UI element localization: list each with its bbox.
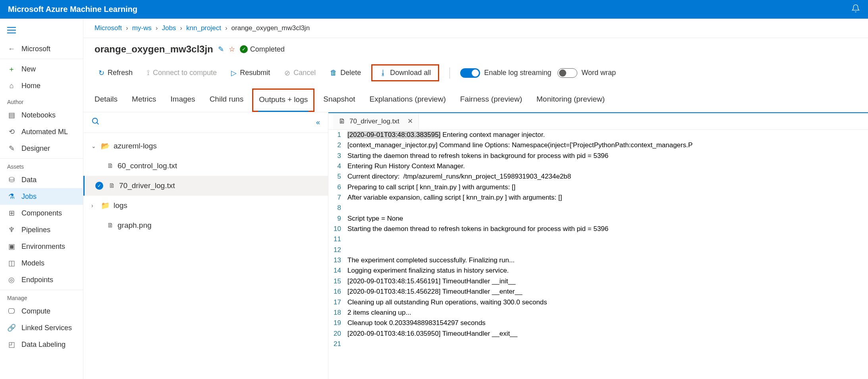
- tab-outputs-logs[interactable]: Outputs + logs: [252, 88, 314, 112]
- resubmit-button[interactable]: ▷ Resubmit: [227, 66, 274, 80]
- sidebar-label: Data: [21, 176, 37, 184]
- tree-file-graph-png[interactable]: 🗎 graph.png: [83, 215, 328, 235]
- sidebar-item-data[interactable]: ⛁ Data: [0, 171, 83, 188]
- tab-metrics[interactable]: Metrics: [132, 88, 156, 112]
- log-file-tab[interactable]: 🗎 70_driver_log.txt ✕: [333, 113, 419, 129]
- tab-snapshot[interactable]: Snapshot: [323, 88, 355, 112]
- sidebar: ← Microsoft ＋ New ⌂ Home Author ▤ Notebo…: [0, 19, 83, 379]
- sidebar-label: Endpoints: [21, 276, 53, 284]
- sidebar-home[interactable]: ⌂ Home: [0, 77, 83, 94]
- sidebar-item-labeling[interactable]: ◰ Data Labeling: [0, 336, 83, 353]
- pipelines-icon: ♆: [7, 225, 16, 234]
- line-text: [347, 203, 868, 213]
- sidebar-item-compute[interactable]: 🖵 Compute: [0, 303, 83, 319]
- sidebar-item-environments[interactable]: ▣ Environments: [0, 238, 83, 255]
- button-label: Cancel: [293, 69, 316, 77]
- line-number: 8: [328, 203, 347, 213]
- word-wrap-toggle[interactable]: [557, 68, 577, 78]
- tab-monitoring[interactable]: Monitoring (preview): [536, 88, 605, 112]
- tab-images[interactable]: Images: [170, 88, 195, 112]
- line-text: Preparing to call script [ knn_train.py …: [347, 182, 868, 192]
- status-badge: ✓ Completed: [240, 45, 285, 54]
- refresh-button[interactable]: ↻ Refresh: [95, 66, 137, 80]
- sidebar-item-linked[interactable]: 🔗 Linked Services: [0, 319, 83, 336]
- tree-file-60-control-log[interactable]: 🗎 60_control_log.txt: [83, 156, 328, 176]
- breadcrumb-link[interactable]: Microsoft: [95, 24, 122, 32]
- tree-label: logs: [114, 201, 127, 210]
- line-text: Cleaning up all outstanding Run operatio…: [347, 297, 868, 308]
- file-search-row: «: [83, 112, 328, 133]
- sidebar-label: Automated ML: [21, 128, 68, 136]
- tree-label: graph.png: [118, 221, 152, 230]
- status-text: Completed: [250, 45, 285, 54]
- tree-file-70-driver-log[interactable]: ✓ 🗎 70_driver_log.txt: [83, 176, 328, 196]
- line-text: [context_manager_injector.py] Command li…: [347, 140, 868, 150]
- breadcrumb-link[interactable]: knn_project: [186, 24, 221, 32]
- sidebar-item-components[interactable]: ⊞ Components: [0, 205, 83, 221]
- tree-folder-azureml-logs[interactable]: ⌄ 📂 azureml-logs: [83, 136, 328, 156]
- search-icon[interactable]: [91, 117, 100, 128]
- sidebar-item-endpoints[interactable]: ◎ Endpoints: [0, 271, 83, 288]
- tab-explanations[interactable]: Explanations (preview): [370, 88, 446, 112]
- log-line: 14Logging experiment finalizing status i…: [328, 265, 868, 276]
- sidebar-label: Compute: [21, 307, 50, 316]
- play-icon: ▷: [231, 69, 237, 77]
- sidebar-item-designer[interactable]: ✎ Designer: [0, 140, 83, 157]
- log-tab-bar: 🗎 70_driver_log.txt ✕: [328, 112, 868, 130]
- line-number: 18: [328, 308, 347, 318]
- tree-folder-logs[interactable]: › 📁 logs: [83, 196, 328, 215]
- sidebar-back[interactable]: ← Microsoft: [0, 40, 83, 57]
- log-line: 12: [328, 245, 868, 255]
- sidebar-label: Jobs: [21, 192, 37, 201]
- download-all-button[interactable]: ⭳ Download all: [376, 66, 435, 79]
- line-text: Current directory: /tmp/azureml_runs/knn…: [347, 171, 868, 182]
- sidebar-item-jobs[interactable]: ⚗ Jobs: [0, 188, 83, 205]
- log-line: 16[2020-09-01T03:48:15.456228] TimeoutHa…: [328, 287, 868, 297]
- sidebar-item-models[interactable]: ◫ Models: [0, 255, 83, 271]
- sidebar-item-notebooks[interactable]: ▤ Notebooks: [0, 107, 83, 123]
- line-number: 12: [328, 245, 347, 255]
- labeling-icon: ◰: [7, 340, 16, 349]
- tree-label: 70_driver_log.txt: [119, 181, 175, 190]
- log-stream-toggle[interactable]: [460, 68, 480, 78]
- log-line: 17Cleaning up all outstanding Run operat…: [328, 297, 868, 308]
- log-line: 13The experiment completed successfully.…: [328, 255, 868, 265]
- favorite-icon[interactable]: ☆: [229, 45, 235, 54]
- line-number: 17: [328, 297, 347, 308]
- edit-icon[interactable]: ✎: [218, 45, 224, 54]
- line-number: 11: [328, 234, 347, 244]
- delete-button[interactable]: 🗑 Delete: [326, 66, 365, 79]
- breadcrumb-link[interactable]: Jobs: [162, 24, 176, 32]
- line-number: 16: [328, 287, 347, 297]
- button-label: Connect to compute: [153, 69, 217, 77]
- log-line: 8: [328, 203, 868, 213]
- line-text: Logging experiment finalizing status in …: [347, 265, 868, 276]
- line-text: Entering Run History Context Manager.: [347, 161, 868, 171]
- sidebar-item-automl[interactable]: ⟲ Automated ML: [0, 123, 83, 140]
- automl-icon: ⟲: [7, 127, 16, 136]
- hamburger-icon[interactable]: [0, 22, 83, 40]
- sidebar-new[interactable]: ＋ New: [0, 61, 83, 77]
- breadcrumb-link[interactable]: my-ws: [132, 24, 152, 32]
- tab-details[interactable]: Details: [95, 88, 118, 112]
- chevron-right-icon: ›: [225, 24, 228, 32]
- tab-child-runs[interactable]: Child runs: [210, 88, 244, 112]
- tab-fairness[interactable]: Fairness (preview): [460, 88, 522, 112]
- close-icon[interactable]: ✕: [407, 117, 413, 125]
- line-text: [2020-09-01T03:48:16.035950] TimeoutHand…: [347, 329, 868, 339]
- button-label: Download all: [390, 69, 431, 77]
- sidebar-item-pipelines[interactable]: ♆ Pipelines: [0, 221, 83, 238]
- connect-button: ⟟ Connect to compute: [143, 66, 221, 79]
- toolbar: ↻ Refresh ⟟ Connect to compute ▷ Resubmi…: [83, 60, 868, 88]
- file-tree: ⌄ 📂 azureml-logs 🗎 60_control_log.txt ✓ …: [83, 133, 328, 379]
- svg-point-3: [93, 118, 98, 123]
- log-body[interactable]: 1[2020-09-01T03:48:03.383595] Entering c…: [328, 130, 868, 379]
- tab-bar: Details Metrics Images Child runs Output…: [83, 88, 868, 112]
- notebook-icon: ▤: [7, 111, 16, 119]
- log-line: 11: [328, 234, 868, 244]
- designer-icon: ✎: [7, 144, 16, 153]
- log-line: 4Entering Run History Context Manager.: [328, 161, 868, 171]
- sidebar-label: Components: [21, 209, 62, 217]
- collapse-pane-icon[interactable]: «: [316, 118, 320, 127]
- notifications-icon[interactable]: [851, 4, 860, 15]
